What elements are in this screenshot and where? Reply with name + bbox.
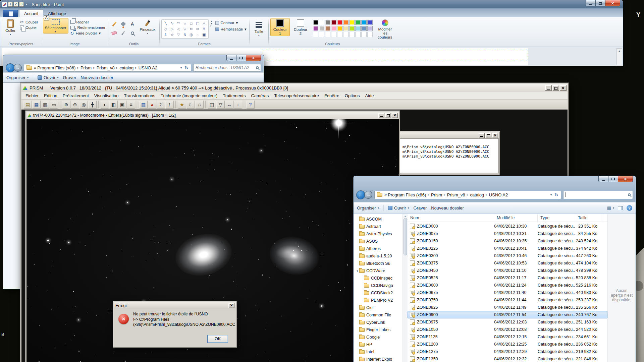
menu-item[interactable]: Telescope/observatoire bbox=[271, 93, 322, 99]
maximize-button[interactable] bbox=[608, 176, 618, 182]
chevron-right-icon[interactable]: ▸ bbox=[133, 66, 139, 69]
palette-color[interactable] bbox=[313, 26, 318, 31]
toolbar-button[interactable]: ▭ bbox=[50, 101, 58, 109]
table-row[interactable]: ZONE0375 04/06/2012 10:53 Catalogue de s… bbox=[408, 259, 607, 267]
toolbar-button[interactable]: Σ bbox=[157, 101, 165, 109]
resize-button[interactable]: Redimensionner bbox=[69, 25, 107, 29]
new-folder-button[interactable]: Nouveau dossier bbox=[80, 75, 113, 80]
tree-item[interactable]: Google bbox=[354, 334, 402, 341]
scroll-up-icon[interactable]: ▲ bbox=[618, 50, 621, 65]
breadcrumb-segment[interactable]: Prism_v8▸ bbox=[97, 65, 120, 70]
search-input[interactable] bbox=[566, 192, 627, 197]
palette-color[interactable] bbox=[355, 26, 361, 31]
toolbar-button[interactable]: ◎ bbox=[79, 101, 88, 109]
breadcrumb-segment[interactable]: Program Files (x86)▸ bbox=[37, 65, 80, 70]
palette-color[interactable] bbox=[325, 32, 330, 37]
toolbar-button[interactable]: ▣ bbox=[118, 101, 126, 109]
select-button[interactable]: Sélectionner ▾ bbox=[43, 18, 68, 34]
menu-item[interactable]: Traitements bbox=[220, 93, 248, 99]
forward-button[interactable]: → bbox=[364, 191, 372, 199]
shape-button[interactable]: ▽ bbox=[182, 26, 188, 32]
table-row[interactable]: ZONE1050 04/06/2012 12:08 Catalogue de s… bbox=[408, 326, 607, 333]
maximize-button[interactable] bbox=[552, 85, 559, 91]
shape-button[interactable]: ⇧ bbox=[201, 26, 207, 32]
palette-color[interactable] bbox=[361, 20, 367, 25]
shape-button[interactable]: ⇦ bbox=[188, 26, 195, 32]
table-row[interactable]: ZONE0900 04/06/2012 11:54 Catalogue de s… bbox=[408, 311, 607, 318]
palette-color[interactable] bbox=[343, 32, 348, 37]
refresh-icon[interactable]: ↻ bbox=[553, 192, 560, 197]
new-folder-button[interactable]: Nouveau dossier bbox=[431, 205, 464, 210]
views-button[interactable]: ▦▾ bbox=[607, 205, 614, 210]
toolbar-button[interactable] bbox=[137, 101, 138, 108]
tree-item[interactable]: CCDStack2 bbox=[354, 289, 402, 297]
shape-button[interactable]: ○ bbox=[182, 20, 188, 26]
table-row[interactable]: ZONE0150 04/06/2012 10:35 Catalogue de s… bbox=[408, 237, 607, 245]
fill-tool-button[interactable] bbox=[119, 20, 127, 28]
crop-button[interactable]: Rogner bbox=[69, 20, 107, 24]
column-header-size[interactable]: Taille bbox=[575, 214, 602, 222]
toolbar-button[interactable]: ╋ bbox=[88, 101, 97, 109]
tree-item[interactable]: Astroart bbox=[354, 223, 402, 230]
table-row[interactable]: ZONE1275 04/06/2012 12:29 Catalogue de s… bbox=[408, 348, 607, 355]
toolbar-button[interactable]: ▥ bbox=[139, 101, 148, 109]
toolbar-button[interactable] bbox=[98, 101, 99, 108]
breadcrumb-segment[interactable]: catalog▸ bbox=[119, 65, 138, 70]
chevron-right-icon[interactable]: ▸ bbox=[442, 193, 447, 196]
table-row[interactable]: ZONE0750 04/06/2012 11:44 Catalogue de s… bbox=[408, 296, 607, 304]
scrollbar-thumb[interactable] bbox=[404, 218, 407, 255]
tree-item[interactable]: ASUS bbox=[354, 238, 402, 245]
toolbar-button[interactable]: ⌂ bbox=[195, 101, 204, 109]
breadcrumb-segment[interactable]: USNO A2▸ bbox=[489, 192, 508, 197]
palette-color[interactable] bbox=[361, 32, 367, 37]
chevron-right-icon[interactable]: ▸ bbox=[426, 193, 431, 196]
shapes-scroll[interactable]: ▲▼▾ bbox=[210, 18, 213, 29]
menu-item[interactable]: Fenêtre bbox=[322, 93, 342, 99]
cut-button[interactable]: ✂Couper bbox=[19, 20, 39, 24]
column-header-name[interactable]: Nom bbox=[408, 214, 494, 222]
maximize-button[interactable] bbox=[236, 55, 246, 61]
breadcrumb-segment[interactable]: Prism▸ bbox=[80, 65, 97, 70]
shape-button[interactable]: ↯ bbox=[182, 32, 188, 38]
tree-item[interactable]: ASCOM bbox=[354, 216, 402, 223]
chevron-right-icon[interactable]: ▸ bbox=[115, 66, 120, 69]
toolbar-button[interactable]: ⊕ bbox=[62, 101, 70, 109]
outline-button[interactable]: Contour▾ bbox=[214, 20, 248, 25]
toolbar-button[interactable]: ƒ bbox=[165, 101, 174, 109]
toolbar-button[interactable]: ▤ bbox=[23, 101, 32, 109]
toolbar-button[interactable]: ◫ bbox=[208, 101, 216, 109]
refresh-icon[interactable]: ↻ bbox=[183, 65, 190, 70]
table-row[interactable]: ZONE0450 04/06/2012 11:10 Catalogue de s… bbox=[408, 267, 607, 274]
tree-item[interactable]: audela-1.5.20 bbox=[354, 252, 402, 260]
minimize-button[interactable] bbox=[598, 176, 608, 182]
chevron-right-icon[interactable]: ▸ bbox=[75, 66, 80, 69]
maximize-button[interactable] bbox=[595, 0, 605, 6]
color1-button[interactable]: Couleur 1 bbox=[270, 18, 290, 36]
toolbar-button[interactable] bbox=[175, 101, 176, 108]
pencil-tool-button[interactable] bbox=[110, 20, 118, 28]
tree-item[interactable]: CCDInspec bbox=[354, 275, 402, 282]
menu-item[interactable]: Transformations bbox=[121, 93, 158, 99]
minimize-button[interactable] bbox=[378, 113, 384, 118]
forward-button[interactable]: → bbox=[14, 64, 22, 72]
close-button[interactable]: × bbox=[228, 303, 234, 308]
breadcrumb-segment[interactable]: USNO A2▸ bbox=[139, 65, 157, 70]
tree-item[interactable]: Finger Lakes bbox=[354, 326, 402, 334]
toolbar-button[interactable] bbox=[205, 101, 206, 108]
search-input[interactable] bbox=[196, 65, 255, 70]
scroll-up-icon[interactable]: ▲ bbox=[404, 215, 407, 217]
chevron-right-icon[interactable]: ▸ bbox=[92, 66, 97, 69]
close-button[interactable]: × bbox=[492, 133, 498, 138]
fill-style-button[interactable]: Remplissage▾ bbox=[214, 27, 248, 32]
shape-button[interactable]: ⇩ bbox=[163, 32, 169, 38]
shape-button[interactable]: ▷ bbox=[169, 26, 175, 32]
breadcrumb-segment[interactable]: Program Files (x86)▸ bbox=[388, 192, 431, 197]
palette-color[interactable] bbox=[337, 26, 342, 31]
shape-button[interactable]: ◇ bbox=[163, 26, 169, 32]
palette-color[interactable] bbox=[367, 26, 373, 31]
address-bar[interactable]: « Program Files (x86)▸Prism▸Prism_v8▸cat… bbox=[24, 64, 191, 72]
tab-accueil[interactable]: Accueil bbox=[19, 9, 43, 17]
table-row[interactable]: ZONE0075 04/06/2012 10:31 Catalogue de s… bbox=[408, 230, 607, 237]
palette-color[interactable] bbox=[349, 26, 355, 31]
shape-button[interactable]: ╲ bbox=[163, 20, 169, 26]
